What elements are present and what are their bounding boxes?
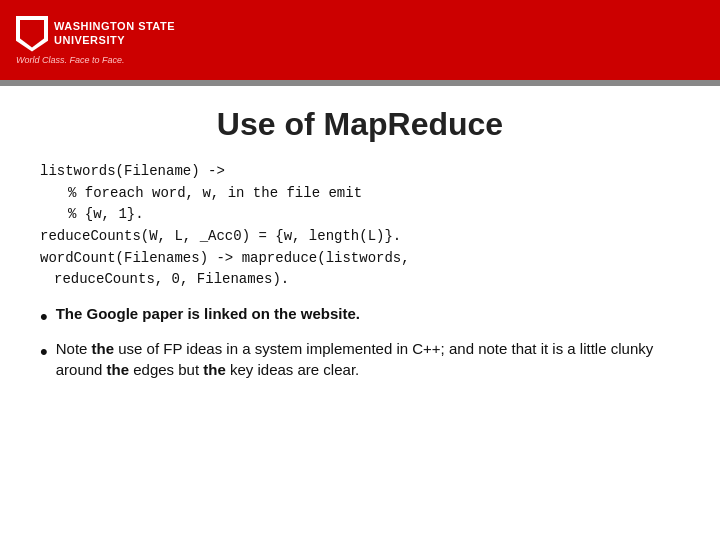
- wsu-shield-icon: [16, 16, 48, 52]
- bullet-text-2: Note the use of FP ideas in a system imp…: [56, 338, 680, 382]
- code-line-5: wordCount(Filenames) -> mapreduce(listwo…: [40, 250, 410, 266]
- wsu-logo: WASHINGTON STATE UNIVERSITY World Class.…: [16, 16, 175, 65]
- code-line-4: reduceCounts(W, L, _Acc0) = {w, length(L…: [40, 228, 401, 244]
- wsu-logo-top: WASHINGTON STATE UNIVERSITY: [16, 16, 175, 52]
- slide-title: Use of MapReduce: [40, 106, 680, 143]
- code-line-3: % {w, 1}.: [68, 204, 680, 226]
- bullet-dot-2: •: [40, 338, 48, 367]
- bullet-item-2: • Note the use of FP ideas in a system i…: [40, 338, 680, 382]
- bullet-dot-1: •: [40, 303, 48, 332]
- code-line-6: reduceCounts, 0, Filenames).: [54, 269, 680, 291]
- bullet-item-1: • The Google paper is linked on the webs…: [40, 303, 680, 332]
- slide-content: Use of MapReduce listwords(Filename) -> …: [0, 86, 720, 407]
- code-block: listwords(Filename) -> % foreach word, w…: [40, 161, 680, 291]
- code-line-2: % foreach word, w, in the file emit: [68, 183, 680, 205]
- bullet-text-1: The Google paper is linked on the websit…: [56, 303, 360, 325]
- bullet-section: • The Google paper is linked on the webs…: [40, 303, 680, 381]
- header: WASHINGTON STATE UNIVERSITY World Class.…: [0, 0, 720, 80]
- code-line-1: listwords(Filename) ->: [40, 163, 225, 179]
- university-tagline: World Class. Face to Face.: [16, 55, 125, 65]
- university-name: WASHINGTON STATE UNIVERSITY: [54, 20, 175, 46]
